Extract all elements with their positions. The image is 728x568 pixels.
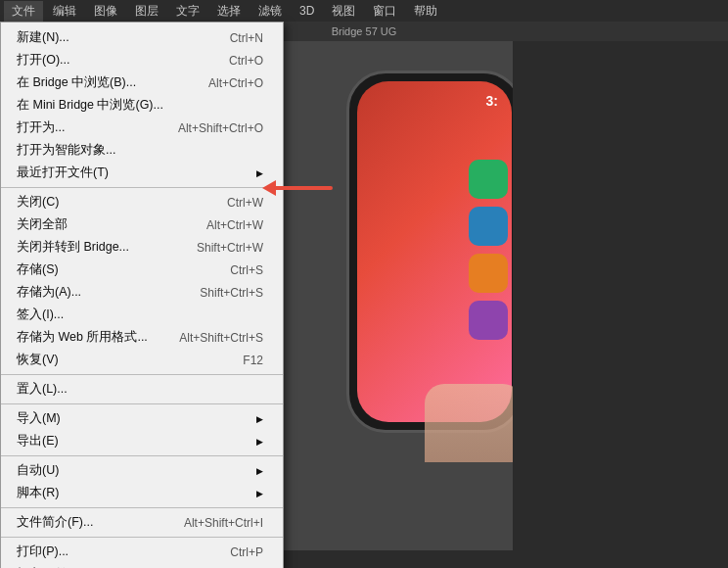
menu-edit[interactable]: 编辑 xyxy=(45,1,84,22)
menu-item-close-bridge[interactable]: 关闭并转到 Bridge... Shift+Ctrl+W xyxy=(1,236,283,259)
menu-text[interactable]: 文字 xyxy=(168,1,207,22)
menu-item-open[interactable]: 打开(O)... Ctrl+O xyxy=(1,49,283,71)
separator-1 xyxy=(1,187,283,188)
menu-item-print[interactable]: 打印(P)... Ctrl+P xyxy=(1,541,283,563)
menu-item-new[interactable]: 新建(N)... Ctrl+N xyxy=(1,26,283,49)
dropdown-overlay: 新建(N)... Ctrl+N 打开(O)... Ctrl+O 在 Bridge… xyxy=(0,22,284,568)
menu-item-open-as[interactable]: 打开为... Alt+Shift+Ctrl+O xyxy=(1,117,283,139)
menu-help[interactable]: 帮助 xyxy=(406,1,445,22)
menu-item-save[interactable]: 存储(S) Ctrl+S xyxy=(1,259,283,281)
app-icon-4 xyxy=(469,301,508,340)
menu-item-bridge[interactable]: 在 Bridge 中浏览(B)... Alt+Ctrl+O xyxy=(1,71,283,94)
separator-4 xyxy=(1,455,283,456)
menu-item-automate[interactable]: 自动(U) xyxy=(1,459,283,482)
phone-mockup: 3: xyxy=(346,71,513,462)
hand-hint xyxy=(425,384,513,462)
menu-3d[interactable]: 3D xyxy=(292,2,322,20)
photoshop-workspace: 文件 编辑 图像 图层 文字 选择 滤镜 3D 视图 窗口 帮助 Bridge … xyxy=(0,0,728,568)
menu-item-print-one[interactable]: 打印一份(Y) Alt+Shift+Ctrl+P xyxy=(1,563,283,568)
phone-screen: 3: xyxy=(357,81,512,422)
menu-item-close[interactable]: 关闭(C) Ctrl+W xyxy=(1,191,283,213)
menu-select[interactable]: 选择 xyxy=(209,1,249,22)
separator-3 xyxy=(1,403,283,404)
menu-view[interactable]: 视图 xyxy=(324,1,363,22)
phone-body: 3: xyxy=(346,71,513,433)
menu-window[interactable]: 窗口 xyxy=(365,1,404,22)
menu-item-recent[interactable]: 最近打开文件(T) xyxy=(1,162,283,184)
app-icon-1 xyxy=(469,160,508,199)
menu-item-close-all[interactable]: 关闭全部 Alt+Ctrl+W xyxy=(1,213,283,236)
menu-item-revert[interactable]: 恢复(V) F12 xyxy=(1,349,283,371)
title-text: Bridge 57 UG xyxy=(332,25,397,37)
separator-2 xyxy=(1,374,283,375)
separator-5 xyxy=(1,507,283,508)
menu-filter[interactable]: 滤镜 xyxy=(250,1,290,22)
file-dropdown-menu: 新建(N)... Ctrl+N 打开(O)... Ctrl+O 在 Bridge… xyxy=(0,22,284,568)
menu-layer[interactable]: 图层 xyxy=(127,1,166,22)
menu-item-checkin[interactable]: 签入(I)... xyxy=(1,304,283,326)
menu-item-save-web[interactable]: 存储为 Web 所用格式... Alt+Shift+Ctrl+S xyxy=(1,326,283,349)
menu-item-scripts[interactable]: 脚本(R) xyxy=(1,482,283,504)
right-panel xyxy=(513,41,728,568)
menu-file[interactable]: 文件 xyxy=(4,1,43,22)
menu-item-export[interactable]: 导出(E) xyxy=(1,430,283,452)
menu-item-import[interactable]: 导入(M) xyxy=(1,407,283,430)
app-icon-2 xyxy=(469,207,508,246)
menu-item-save-as[interactable]: 存储为(A)... Shift+Ctrl+S xyxy=(1,281,283,304)
menu-image[interactable]: 图像 xyxy=(86,1,125,22)
app-icon-3 xyxy=(469,254,508,293)
separator-6 xyxy=(1,537,283,538)
menu-item-file-info[interactable]: 文件简介(F)... Alt+Shift+Ctrl+I xyxy=(1,511,283,534)
phone-icons-grid xyxy=(469,160,508,340)
phone-time: 3: xyxy=(486,93,498,109)
menu-item-mini-bridge[interactable]: 在 Mini Bridge 中浏览(G)... xyxy=(1,94,283,117)
menu-bar: 文件 编辑 图像 图层 文字 选择 滤镜 3D 视图 窗口 帮助 xyxy=(0,0,728,22)
menu-item-place[interactable]: 置入(L)... xyxy=(1,378,283,401)
menu-item-open-smart[interactable]: 打开为智能对象... xyxy=(1,139,283,162)
